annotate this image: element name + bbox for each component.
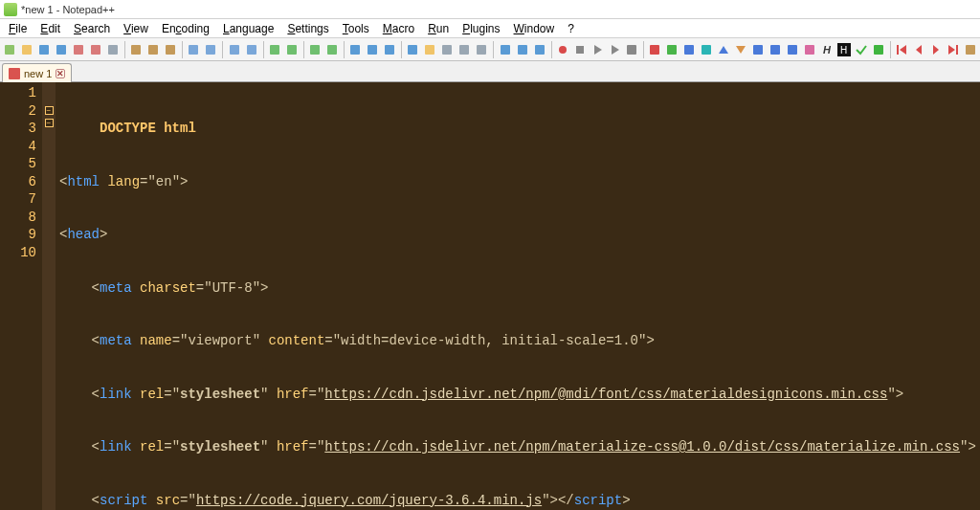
folder-icon[interactable] — [422, 41, 437, 58]
zoom-in-icon[interactable] — [267, 41, 282, 58]
col-teal-icon[interactable] — [699, 41, 714, 58]
blue-b-icon[interactable] — [515, 41, 530, 58]
arrow-icon[interactable] — [871, 41, 886, 58]
cut-icon[interactable] — [128, 41, 144, 58]
copy-icon[interactable] — [145, 41, 161, 58]
fold-column: − − — [42, 82, 56, 510]
open-file-icon[interactable] — [19, 41, 34, 58]
menu-settings[interactable]: Settings — [280, 20, 335, 37]
save-icon[interactable] — [36, 41, 52, 58]
green-check-icon[interactable] — [854, 41, 869, 58]
doc-list-icon[interactable] — [439, 41, 455, 58]
menu-tools[interactable]: Tools — [336, 20, 376, 37]
tb-green-icon[interactable] — [664, 41, 679, 58]
svg-rect-4 — [74, 45, 83, 55]
print-icon[interactable] — [105, 41, 121, 58]
fold-toggle[interactable]: − — [45, 119, 54, 127]
sync-v-icon[interactable] — [307, 41, 323, 58]
svg-rect-33 — [667, 45, 677, 55]
save-all-icon[interactable] — [54, 41, 69, 58]
word-wrap-icon[interactable] — [347, 41, 363, 58]
menu-macro[interactable]: Macro — [376, 20, 421, 37]
close-all-icon[interactable] — [88, 41, 103, 58]
paste-icon[interactable] — [163, 41, 178, 58]
line-number-gutter: 12345678910 — [0, 82, 42, 510]
svg-rect-13 — [247, 45, 256, 55]
tb-red-icon[interactable] — [647, 41, 662, 58]
menu-help[interactable]: ? — [561, 20, 581, 37]
line-number: 3 — [0, 120, 36, 138]
undo-icon[interactable] — [186, 41, 201, 58]
tab-new-1[interactable]: new 1 ✕ — [2, 63, 72, 82]
tab-label: new 1 — [24, 68, 52, 79]
stop-icon[interactable] — [572, 41, 588, 58]
boxes-icon[interactable] — [802, 41, 817, 58]
svg-rect-39 — [805, 45, 814, 55]
fold-toggle[interactable]: − — [45, 106, 54, 115]
svg-rect-34 — [684, 45, 694, 55]
sync-h-icon[interactable] — [324, 41, 340, 58]
seg-icon[interactable] — [750, 41, 766, 58]
svg-rect-12 — [230, 45, 239, 55]
menu-window[interactable]: Window — [507, 20, 562, 37]
menu-search[interactable]: Search — [67, 20, 117, 37]
menu-language[interactable]: Language — [216, 20, 280, 37]
svg-rect-46 — [966, 45, 975, 55]
line-number: 7 — [0, 190, 36, 209]
line-number: 1 — [0, 84, 36, 102]
save-macro-icon[interactable] — [624, 41, 639, 58]
close-tab-icon[interactable]: ✕ — [56, 69, 65, 78]
svg-text:H: H — [840, 45, 847, 55]
tri-up-icon[interactable] — [716, 41, 731, 58]
svg-rect-23 — [442, 45, 452, 55]
find-icon[interactable] — [227, 41, 242, 58]
func-list-icon[interactable] — [474, 41, 489, 58]
menu-edit[interactable]: Edit — [33, 20, 67, 37]
show-all-icon[interactable] — [365, 41, 380, 58]
menu-plugins[interactable]: Plugins — [456, 20, 506, 37]
record-icon[interactable] — [555, 41, 570, 58]
menu-encoding[interactable]: Encoding — [155, 20, 216, 37]
close-icon[interactable] — [71, 41, 86, 58]
menu-run[interactable]: Run — [421, 20, 456, 37]
indent-guide-icon[interactable] — [382, 41, 397, 58]
svg-rect-14 — [270, 45, 279, 55]
col-blue-icon[interactable] — [768, 41, 783, 58]
svg-rect-22 — [425, 45, 434, 55]
blue-c-icon[interactable] — [532, 41, 547, 58]
doc-map-icon[interactable] — [457, 41, 472, 58]
svg-rect-15 — [287, 45, 297, 55]
nav-prev-icon[interactable] — [911, 41, 926, 58]
line-number: 6 — [0, 173, 36, 191]
hbold-icon[interactable]: H — [819, 41, 835, 58]
line-number: 9 — [0, 226, 36, 244]
tb-blue-icon[interactable] — [681, 41, 697, 58]
cal-icon[interactable] — [785, 41, 800, 58]
tri-down-icon[interactable] — [733, 41, 748, 58]
play-macro-icon[interactable] — [590, 41, 605, 58]
lang-format-icon[interactable] — [405, 41, 420, 58]
play-multi-icon[interactable] — [607, 41, 622, 58]
zoom-out-icon[interactable] — [284, 41, 300, 58]
svg-rect-36 — [753, 45, 763, 55]
editor[interactable]: 12345678910 − − DOCTYPE html <html lang=… — [0, 82, 980, 510]
redo-icon[interactable] — [203, 41, 218, 58]
blue-a-icon[interactable] — [498, 41, 513, 58]
new-file-icon[interactable] — [2, 41, 17, 58]
nav-next-icon[interactable] — [928, 41, 944, 58]
nav-last-icon[interactable] — [946, 41, 961, 58]
book-icon[interactable] — [963, 41, 978, 58]
svg-rect-27 — [518, 45, 527, 55]
svg-rect-21 — [408, 45, 417, 55]
black-h-icon[interactable]: H — [836, 41, 852, 58]
replace-icon[interactable] — [244, 41, 259, 58]
title-bar: *new 1 - Notepad++ — [0, 0, 980, 19]
menu-file[interactable]: File — [2, 20, 33, 37]
menu-view[interactable]: View — [117, 20, 155, 37]
nav-first-icon[interactable] — [894, 41, 909, 58]
svg-rect-43 — [874, 45, 883, 55]
code-area[interactable]: DOCTYPE html <html lang="en"> <head> <me… — [56, 82, 980, 510]
svg-rect-9 — [166, 45, 175, 55]
svg-rect-6 — [108, 45, 118, 55]
svg-rect-11 — [206, 45, 215, 55]
